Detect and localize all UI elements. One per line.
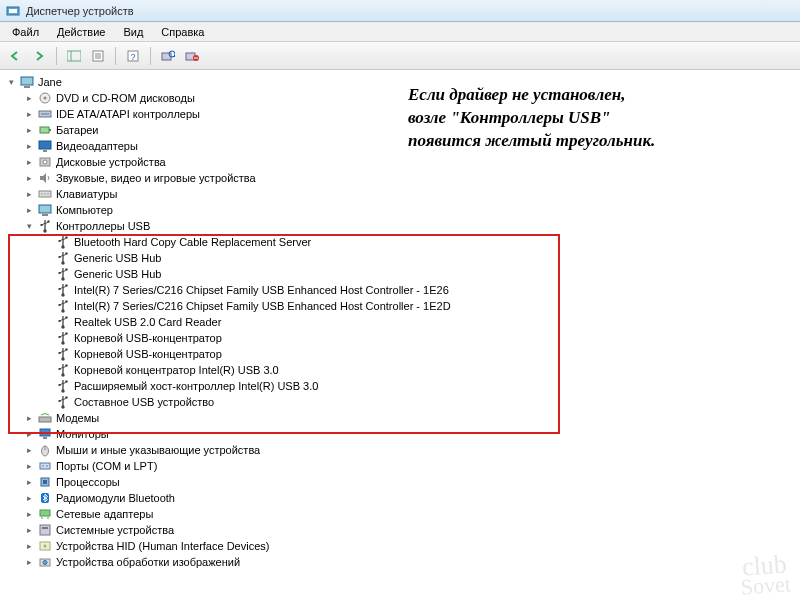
tree-device-label: Intel(R) 7 Series/C216 Chipset Family US… <box>74 300 451 312</box>
tree-category-node[interactable]: ▸DVD и CD-ROM дисководы <box>22 90 800 106</box>
expand-icon[interactable]: ▸ <box>24 189 34 199</box>
uninstall-button[interactable] <box>181 45 203 67</box>
expand-icon[interactable]: ▸ <box>24 509 34 519</box>
nav-forward-button[interactable] <box>28 45 50 67</box>
collapse-icon[interactable]: ▾ <box>6 77 16 87</box>
svg-point-61 <box>61 373 64 376</box>
tree-category-label: Дисковые устройства <box>56 156 166 168</box>
tree-category-node[interactable]: ▸Мониторы <box>22 426 800 442</box>
menu-file[interactable]: Файл <box>4 24 47 40</box>
svg-rect-75 <box>40 463 50 469</box>
tree-category-node[interactable]: ▸Устройства обработки изображений <box>22 554 800 570</box>
collapse-icon[interactable]: ▾ <box>24 221 34 231</box>
usb-icon <box>56 363 70 377</box>
expand-icon[interactable]: ▸ <box>24 493 34 503</box>
expand-icon[interactable]: ▸ <box>24 461 34 471</box>
tree-category-node[interactable]: ▸Видеоадаптеры <box>22 138 800 154</box>
svg-text:?: ? <box>130 52 135 62</box>
scan-hardware-button[interactable] <box>157 45 179 67</box>
help-button[interactable]: ? <box>122 45 144 67</box>
nav-back-button[interactable] <box>4 45 26 67</box>
tree-category-label: Системные устройства <box>56 524 174 536</box>
expand-icon[interactable]: ▸ <box>24 205 34 215</box>
tree-device-node[interactable]: Generic USB Hub <box>40 250 800 266</box>
expand-icon[interactable]: ▸ <box>24 525 34 535</box>
tree-category-node[interactable]: ▸Порты (COM и LPT) <box>22 458 800 474</box>
svg-point-60 <box>65 348 67 350</box>
tree-category-node[interactable]: ▸Батареи <box>22 122 800 138</box>
spacer <box>42 285 52 295</box>
keyboard-icon <box>38 187 52 201</box>
tree-category-node[interactable]: ▸Радиомодули Bluetooth <box>22 490 800 506</box>
hid-icon <box>38 539 52 553</box>
usb-icon <box>56 283 70 297</box>
tree-category-label: Контроллеры USB <box>56 220 150 232</box>
cpu-icon <box>38 475 52 489</box>
tree-category-label: DVD и CD-ROM дисководы <box>56 92 195 104</box>
tree-category-node[interactable]: ▸IDE ATA/ATAPI контроллеры <box>22 106 800 122</box>
tree-device-label: Generic USB Hub <box>74 268 161 280</box>
tree-device-node[interactable]: Bluetooth Hard Copy Cable Replacement Se… <box>40 234 800 250</box>
svg-point-57 <box>65 332 67 334</box>
tree-category-node[interactable]: ▸Клавиатуры <box>22 186 800 202</box>
menu-help[interactable]: Справка <box>153 24 212 40</box>
expand-icon[interactable]: ▸ <box>24 557 34 567</box>
expand-icon[interactable]: ▸ <box>24 125 34 135</box>
svg-point-37 <box>61 245 64 248</box>
usb-icon <box>56 235 70 249</box>
window-title: Диспетчер устройств <box>26 5 134 17</box>
tree-device-node[interactable]: Составное USB устройство <box>40 394 800 410</box>
tree-device-node[interactable]: Generic USB Hub <box>40 266 800 282</box>
svg-point-76 <box>42 465 44 467</box>
menu-view[interactable]: Вид <box>115 24 151 40</box>
spacer <box>42 269 52 279</box>
tree-device-node[interactable]: Корневой концентратор Intel(R) USB 3.0 <box>40 362 800 378</box>
tree-category-node[interactable]: ▸Мыши и иные указывающие устройства <box>22 442 800 458</box>
tree-device-node[interactable]: Intel(R) 7 Series/C216 Chipset Family US… <box>40 298 800 314</box>
tree-category-node[interactable]: ▸Процессоры <box>22 474 800 490</box>
tree-root-node[interactable]: ▾Jane <box>4 74 800 90</box>
usb-icon <box>38 219 52 233</box>
svg-rect-35 <box>41 224 43 226</box>
spacer <box>42 317 52 327</box>
properties-button[interactable] <box>87 45 109 67</box>
panel-icon <box>67 50 81 62</box>
tree-device-label: Realtek USB 2.0 Card Reader <box>74 316 221 328</box>
tree-category-node[interactable]: ▸Компьютер <box>22 202 800 218</box>
show-hidden-button[interactable] <box>63 45 85 67</box>
svg-rect-22 <box>40 127 49 133</box>
expand-icon[interactable]: ▸ <box>24 109 34 119</box>
expand-icon[interactable]: ▸ <box>24 429 34 439</box>
battery-icon <box>38 123 52 137</box>
svg-rect-17 <box>24 86 30 88</box>
expand-icon[interactable]: ▸ <box>24 477 34 487</box>
usb-icon <box>56 331 70 345</box>
tree-device-node[interactable]: Расширяемый хост-контроллер Intel(R) USB… <box>40 378 800 394</box>
tree-category-node[interactable]: ▾Контроллеры USB <box>22 218 800 234</box>
tree-category-node[interactable]: ▸Дисковые устройства <box>22 154 800 170</box>
expand-icon[interactable]: ▸ <box>24 157 34 167</box>
spacer <box>42 301 52 311</box>
tree-category-node[interactable]: ▸Звуковые, видео и игровые устройства <box>22 170 800 186</box>
svg-rect-24 <box>39 141 51 149</box>
usb-icon <box>56 251 70 265</box>
tree-device-label: Bluetooth Hard Copy Cable Replacement Se… <box>74 236 311 248</box>
tree-category-node[interactable]: ▸Модемы <box>22 410 800 426</box>
tree-device-node[interactable]: Корневой USB-концентратор <box>40 330 800 346</box>
tree-device-label: Корневой концентратор Intel(R) USB 3.0 <box>74 364 279 376</box>
tree-category-node[interactable]: ▸Устройства HID (Human Interface Devices… <box>22 538 800 554</box>
tree-category-node[interactable]: ▸Системные устройства <box>22 522 800 538</box>
expand-icon[interactable]: ▸ <box>24 541 34 551</box>
tree-device-node[interactable]: Корневой USB-концентратор <box>40 346 800 362</box>
expand-icon[interactable]: ▸ <box>24 93 34 103</box>
modem-icon <box>38 411 52 425</box>
expand-icon[interactable]: ▸ <box>24 141 34 151</box>
expand-icon[interactable]: ▸ <box>24 413 34 423</box>
menu-action[interactable]: Действие <box>49 24 113 40</box>
expand-icon[interactable]: ▸ <box>24 445 34 455</box>
expand-icon[interactable]: ▸ <box>24 173 34 183</box>
tree-device-node[interactable]: Intel(R) 7 Series/C216 Chipset Family US… <box>40 282 800 298</box>
tree-device-node[interactable]: Realtek USB 2.0 Card Reader <box>40 314 800 330</box>
tree-category-node[interactable]: ▸Сетевые адаптеры <box>22 506 800 522</box>
device-tree-panel[interactable]: ▾Jane▸DVD и CD-ROM дисководы▸IDE ATA/ATA… <box>0 70 800 600</box>
